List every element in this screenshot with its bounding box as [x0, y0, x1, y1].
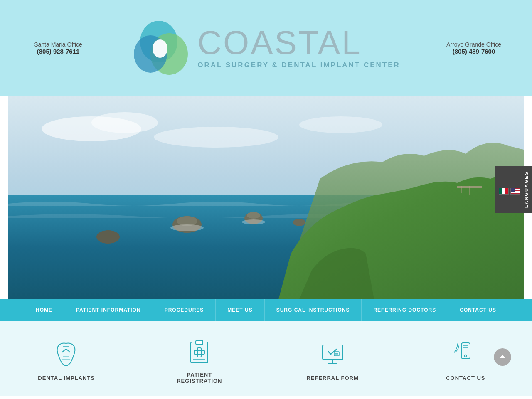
patient-registration-label: PATIENTREGISTRATION — [177, 372, 222, 384]
logo-text: COASTAL ORAL SURGERY & DENTAL IMPLANT CE… — [197, 26, 400, 69]
santa-maria-office: Santa Maria Office (805) 928-7611 — [25, 41, 91, 55]
svg-point-7 — [154, 127, 278, 148]
contact-us-icon — [451, 340, 480, 369]
svg-point-17 — [242, 219, 265, 224]
nav-patient-information[interactable]: PATIENT INFORMATION — [64, 299, 153, 321]
site-header: Santa Maria Office (805) 928-7611 COASTA… — [0, 0, 532, 96]
arroyo-grande-label: Arroyo Grande Office — [446, 41, 501, 48]
contact-svg — [452, 341, 479, 368]
svg-point-13 — [247, 212, 260, 219]
hero-sky — [8, 96, 524, 299]
svg-rect-29 — [194, 350, 204, 354]
service-contact-us[interactable]: CONTACT US — [399, 321, 532, 396]
nav-contact-us[interactable]: CONTACT US — [448, 299, 508, 321]
languages-label[interactable]: LANGUAGES — [524, 171, 529, 208]
referral-form-icon — [318, 340, 347, 369]
service-patient-registration[interactable]: PATIENTREGISTRATION — [133, 321, 266, 396]
santa-maria-label: Santa Maria Office — [34, 41, 82, 48]
service-dental-implants[interactable]: DENTAL IMPLANTS — [0, 321, 133, 396]
santa-maria-phone[interactable]: (805) 928-7611 — [25, 48, 91, 55]
svg-rect-27 — [196, 340, 203, 345]
logo-icon — [132, 19, 190, 77]
svg-point-15 — [293, 219, 305, 226]
patient-registration-icon — [185, 337, 214, 366]
svg-rect-28 — [197, 348, 201, 357]
language-flags — [499, 188, 520, 195]
svg-point-6 — [91, 112, 158, 133]
svg-rect-37 — [461, 343, 470, 359]
nav-procedures[interactable]: PROCEDURES — [153, 299, 216, 321]
svg-point-16 — [170, 224, 204, 231]
logo[interactable]: COASTAL ORAL SURGERY & DENTAL IMPLANT CE… — [132, 19, 400, 77]
svg-rect-34 — [334, 352, 339, 356]
svg-point-8 — [299, 116, 382, 133]
hero-image — [8, 96, 524, 299]
contact-us-label: CONTACT US — [446, 375, 485, 381]
nav-referring-doctors[interactable]: REFERRING DOCTORS — [362, 299, 448, 321]
services-section: DENTAL IMPLANTS PATIENTREGISTRATION — [0, 321, 532, 396]
referral-form-label: REFERRAL FORM — [306, 375, 358, 381]
dental-implants-icon — [52, 340, 81, 369]
svg-point-3 — [153, 39, 167, 58]
flag-us[interactable] — [510, 188, 520, 195]
flag-mx[interactable] — [499, 188, 509, 195]
dental-implants-label: DENTAL IMPLANTS — [38, 375, 95, 381]
languages-sidebar[interactable]: LANGUAGES — [495, 166, 532, 213]
implant-svg — [53, 341, 80, 368]
svg-point-14 — [96, 230, 120, 244]
scroll-to-top-button[interactable] — [494, 348, 511, 366]
hero-svg — [8, 96, 524, 299]
brand-tagline: ORAL SURGERY & DENTAL IMPLANT CENTER — [197, 61, 400, 69]
arroyo-grande-office: Arroyo Grande Office (805) 489-7600 — [441, 41, 507, 55]
nav-home[interactable]: HOME — [24, 299, 64, 321]
service-referral-form[interactable]: REFERRAL FORM — [266, 321, 399, 396]
brand-name: COASTAL — [197, 26, 400, 59]
arroyo-grande-phone[interactable]: (805) 489-7600 — [441, 48, 507, 55]
nav-meet-us[interactable]: MEET US — [216, 299, 264, 321]
main-nav: HOME PATIENT INFORMATION PROCEDURES MEET… — [0, 299, 532, 321]
scroll-up-icon — [499, 353, 506, 361]
referral-svg — [319, 341, 346, 368]
nav-surgical-instructions[interactable]: SURGICAL INSTRUCTIONS — [265, 299, 362, 321]
svg-point-42 — [464, 355, 466, 357]
registration-svg — [186, 338, 213, 365]
